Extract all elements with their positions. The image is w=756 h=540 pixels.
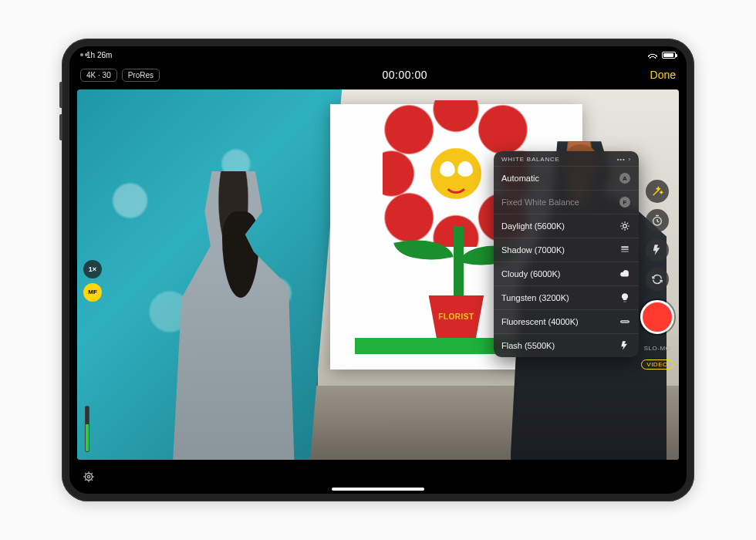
timer-button[interactable] xyxy=(646,209,669,232)
audio-level-meter xyxy=(85,406,89,452)
wand-button[interactable] xyxy=(646,180,669,203)
svg-rect-3 xyxy=(621,251,628,252)
flip-button[interactable] xyxy=(646,268,669,291)
badge-icon: F xyxy=(619,196,631,208)
wifi-icon xyxy=(648,51,657,59)
poster-text: FLORIST xyxy=(438,312,474,321)
white-balance-option[interactable]: Cloudy (6000K) xyxy=(494,262,639,285)
gear-icon xyxy=(82,470,96,484)
white-balance-popover: WHITE BALANCE ••• › AutomaticAFixed Whit… xyxy=(494,151,639,357)
white-balance-option[interactable]: Shadow (7000K) xyxy=(494,238,639,262)
white-balance-option-label: Daylight (5600K) xyxy=(501,221,565,231)
shade-icon xyxy=(619,244,631,256)
white-balance-option-label: Tungsten (3200K) xyxy=(501,293,569,302)
zoom-button[interactable]: 1× xyxy=(83,260,102,278)
tube-icon xyxy=(619,316,631,328)
flash-button[interactable] xyxy=(646,238,669,262)
top-toolbar: 4K · 30 ProRes 00:00:00 Done xyxy=(69,63,687,86)
popover-more-button[interactable]: ••• › xyxy=(617,156,631,163)
tool-column: SLO-MO VIDEO xyxy=(643,120,671,429)
svg-rect-1 xyxy=(621,246,628,248)
settings-button[interactable] xyxy=(80,468,97,485)
white-balance-option-label: Flash (5500K) xyxy=(501,341,555,350)
white-balance-option-label: Fixed White Balance xyxy=(501,197,579,207)
badge-icon: A xyxy=(619,172,631,184)
recent-apps-indicator xyxy=(80,53,83,56)
white-balance-option[interactable]: Flash (5500K) xyxy=(494,333,639,357)
white-balance-option[interactable]: Fluorescent (4000K) xyxy=(494,309,639,333)
white-balance-option-label: Automatic xyxy=(501,174,539,183)
status-bar: 1h 26m xyxy=(69,46,687,63)
ipad-frame: 1h 26m 4K · 30 ProRes 00:00:00 Done xyxy=(62,39,694,501)
popover-title: WHITE BALANCE xyxy=(501,156,560,163)
bolt-icon xyxy=(619,339,631,352)
ellipsis-icon: ••• xyxy=(617,156,626,163)
timer-icon xyxy=(651,214,663,227)
mode-video[interactable]: VIDEO xyxy=(641,359,673,370)
wand-icon xyxy=(651,185,663,197)
codec-chip[interactable]: ProRes xyxy=(122,69,160,82)
svg-point-6 xyxy=(86,474,93,481)
svg-point-7 xyxy=(87,475,89,478)
white-balance-option-label: Cloudy (6000K) xyxy=(501,269,560,278)
done-button[interactable]: Done xyxy=(650,69,676,81)
flip-icon xyxy=(651,273,663,285)
svg-point-0 xyxy=(623,224,627,228)
status-time: 1h 26m xyxy=(86,51,112,59)
sun-icon xyxy=(619,220,631,232)
camera-viewfinder[interactable]: FLORIST 1× MF WHITE BALANCE ••• › xyxy=(77,89,679,460)
svg-rect-4 xyxy=(621,321,629,322)
chevron-right-icon: › xyxy=(629,156,631,163)
mode-slomo[interactable]: SLO-MO xyxy=(644,343,671,353)
bulb-icon xyxy=(619,292,631,304)
home-indicator[interactable] xyxy=(332,488,424,491)
white-balance-option-label: Shadow (7000K) xyxy=(501,245,565,255)
white-balance-option[interactable]: Tungsten (3200K) xyxy=(494,285,639,309)
flash-icon xyxy=(651,244,663,256)
record-button[interactable] xyxy=(640,300,674,334)
white-balance-option[interactable]: Daylight (5600K) xyxy=(494,214,639,238)
white-balance-option-label: Fluorescent (4000K) xyxy=(501,317,579,326)
screen: 1h 26m 4K · 30 ProRes 00:00:00 Done xyxy=(69,46,687,494)
white-balance-option[interactable]: AutomaticA xyxy=(494,166,639,190)
cloud-icon xyxy=(619,268,631,280)
timecode: 00:00:00 xyxy=(383,69,428,81)
white-balance-option[interactable]: Fixed White BalanceF xyxy=(494,190,639,214)
focus-mode-button[interactable]: MF xyxy=(83,283,102,302)
battery-icon xyxy=(662,52,676,59)
bottom-bar xyxy=(69,460,687,494)
svg-rect-2 xyxy=(621,248,628,250)
resolution-chip[interactable]: 4K · 30 xyxy=(80,69,117,82)
